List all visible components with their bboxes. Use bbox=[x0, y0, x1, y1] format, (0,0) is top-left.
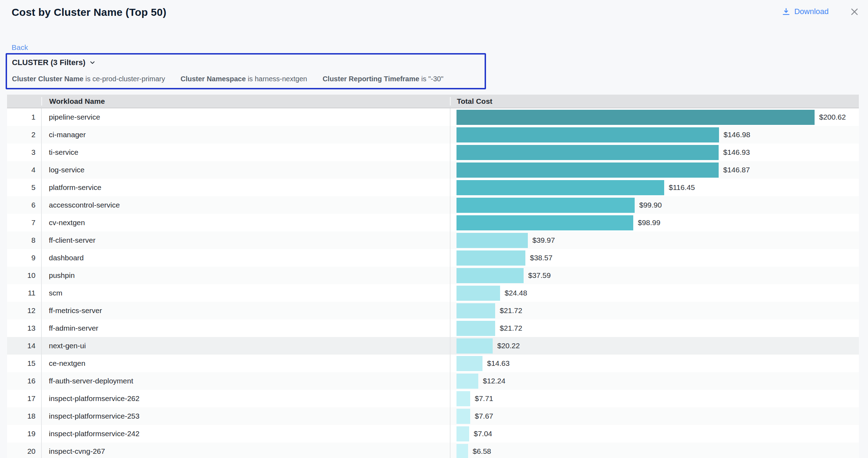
total-cost-cell: $116.45 bbox=[450, 179, 859, 196]
cost-bar bbox=[456, 391, 470, 406]
topbar-actions: Download bbox=[782, 6, 860, 17]
back-link[interactable]: Back bbox=[12, 43, 28, 52]
total-cost-cell: $7.04 bbox=[450, 425, 859, 443]
filter-panel: CLUSTER (3 Filters) Cluster Cluster Name… bbox=[6, 53, 486, 89]
workload-name: pushpin bbox=[41, 267, 450, 284]
close-icon bbox=[850, 7, 859, 17]
table-row[interactable]: 20inspect-cvng-267$6.58 bbox=[7, 443, 859, 458]
table-row[interactable]: 11scm$24.48 bbox=[7, 284, 859, 302]
workload-name: inspect-platformservice-262 bbox=[41, 390, 450, 407]
table-row[interactable]: 5platform-service$116.45 bbox=[7, 179, 859, 196]
row-rank: 17 bbox=[7, 394, 41, 403]
table-row[interactable]: 8ff-client-server$39.97 bbox=[7, 231, 859, 249]
cost-value-label: $146.93 bbox=[723, 148, 750, 157]
table-row[interactable]: 2ci-manager$146.98 bbox=[7, 126, 859, 144]
close-button[interactable] bbox=[849, 6, 860, 17]
total-cost-cell: $38.57 bbox=[450, 249, 859, 267]
workload-name-column-header: Workload Name bbox=[41, 97, 450, 106]
table-row[interactable]: 7cv-nextgen$98.99 bbox=[7, 214, 859, 231]
table-row[interactable]: 10pushpin$37.59 bbox=[7, 267, 859, 284]
total-cost-cell: $6.58 bbox=[450, 443, 859, 458]
row-rank: 4 bbox=[7, 166, 41, 174]
cost-value-label: $116.45 bbox=[669, 183, 695, 192]
row-rank: 12 bbox=[7, 306, 41, 315]
cost-value-label: $7.04 bbox=[474, 430, 492, 438]
workload-name: ce-nextgen bbox=[41, 355, 450, 372]
cost-bar bbox=[456, 321, 495, 336]
table-row[interactable]: 15ce-nextgen$14.63 bbox=[7, 355, 859, 372]
workload-name: next-gen-ui bbox=[41, 337, 450, 355]
table-row[interactable]: 3ti-service$146.93 bbox=[7, 144, 859, 161]
filter-condition: Cluster Cluster Name is ce-prod-cluster-… bbox=[12, 75, 165, 83]
cost-bar bbox=[456, 163, 719, 178]
workload-name: ci-manager bbox=[41, 126, 450, 144]
cost-bar bbox=[456, 444, 468, 458]
cost-bar bbox=[456, 180, 664, 195]
filter-operator: is bbox=[246, 75, 255, 83]
workload-name: pipeline-service bbox=[41, 108, 450, 126]
download-button[interactable]: Download bbox=[782, 7, 829, 16]
workload-name: accesscontrol-service bbox=[41, 196, 450, 214]
cost-bar bbox=[456, 215, 633, 230]
cost-value-label: $12.24 bbox=[483, 377, 505, 385]
workload-name: log-service bbox=[41, 161, 450, 179]
total-cost-cell: $39.97 bbox=[450, 231, 859, 249]
filter-condition: Cluster Reporting Timeframe is "-30" bbox=[323, 75, 443, 83]
cost-by-cluster-modal: { "modal": { "title": "Cost by Cluster N… bbox=[0, 0, 868, 458]
workload-name: ff-auth-server-deployment bbox=[41, 372, 450, 390]
table-row[interactable]: 17inspect-platformservice-262$7.71 bbox=[7, 390, 859, 407]
total-cost-cell: $24.48 bbox=[450, 284, 859, 302]
workload-name: scm bbox=[41, 284, 450, 302]
cost-bar bbox=[456, 127, 719, 142]
workload-name: ff-client-server bbox=[41, 231, 450, 249]
workload-name: platform-service bbox=[41, 179, 450, 196]
table-row[interactable]: 13ff-admin-server$21.72 bbox=[7, 319, 859, 337]
cost-bar bbox=[456, 110, 815, 125]
cost-value-label: $24.48 bbox=[505, 289, 527, 297]
cost-bar bbox=[456, 374, 478, 389]
total-cost-cell: $37.59 bbox=[450, 267, 859, 284]
filter-value: "-30" bbox=[428, 75, 443, 83]
table-row[interactable]: 9dashboard$38.57 bbox=[7, 249, 859, 267]
row-rank: 20 bbox=[7, 447, 41, 456]
total-cost-cell: $146.87 bbox=[450, 161, 859, 179]
cost-bar bbox=[456, 338, 493, 354]
table-row[interactable]: 12ff-metrics-server$21.72 bbox=[7, 302, 859, 319]
table-body: 1pipeline-service$200.622ci-manager$146.… bbox=[7, 108, 859, 458]
filter-group-toggle[interactable]: CLUSTER (3 Filters) bbox=[12, 58, 96, 67]
total-cost-cell: $99.90 bbox=[450, 196, 859, 214]
row-rank: 11 bbox=[7, 289, 41, 297]
table-row[interactable]: 14next-gen-ui$20.22 bbox=[7, 337, 859, 355]
total-cost-column-header: Total Cost bbox=[450, 97, 859, 106]
table-row[interactable]: 6accesscontrol-service$99.90 bbox=[7, 196, 859, 214]
workload-name: inspect-platformservice-242 bbox=[41, 425, 450, 443]
workload-name: ti-service bbox=[41, 144, 450, 161]
row-rank: 9 bbox=[7, 254, 41, 262]
table-row[interactable]: 16ff-auth-server-deployment$12.24 bbox=[7, 372, 859, 390]
row-rank: 15 bbox=[7, 359, 41, 368]
row-rank: 10 bbox=[7, 271, 41, 280]
table-row[interactable]: 4log-service$146.87 bbox=[7, 161, 859, 179]
table-row[interactable]: 1pipeline-service$200.62 bbox=[7, 108, 859, 126]
cost-value-label: $200.62 bbox=[819, 113, 846, 121]
table-row[interactable]: 18inspect-platformservice-253$7.67 bbox=[7, 407, 859, 425]
download-label: Download bbox=[794, 7, 829, 16]
filter-operator: is bbox=[419, 75, 428, 83]
total-cost-cell: $12.24 bbox=[450, 372, 859, 390]
page-title: Cost by Cluster Name (Top 50) bbox=[12, 6, 166, 18]
row-rank: 18 bbox=[7, 412, 41, 420]
filter-field-label: Cluster Reporting Timeframe bbox=[323, 75, 419, 83]
cost-value-label: $14.63 bbox=[487, 359, 510, 368]
cost-value-label: $20.22 bbox=[497, 342, 520, 350]
cost-bar bbox=[456, 233, 528, 248]
filter-conditions: Cluster Cluster Name is ce-prod-cluster-… bbox=[12, 75, 480, 83]
filter-operator: is bbox=[83, 75, 92, 83]
chevron-down-icon bbox=[89, 59, 96, 66]
cost-table: Workload Name Total Cost 1pipeline-servi… bbox=[7, 95, 859, 458]
total-cost-cell: $7.71 bbox=[450, 390, 859, 407]
row-rank: 7 bbox=[7, 218, 41, 227]
table-row[interactable]: 19inspect-platformservice-242$7.04 bbox=[7, 425, 859, 443]
cost-value-label: $146.98 bbox=[724, 131, 750, 139]
total-cost-cell: $146.93 bbox=[450, 144, 859, 161]
workload-name: cv-nextgen bbox=[41, 214, 450, 231]
